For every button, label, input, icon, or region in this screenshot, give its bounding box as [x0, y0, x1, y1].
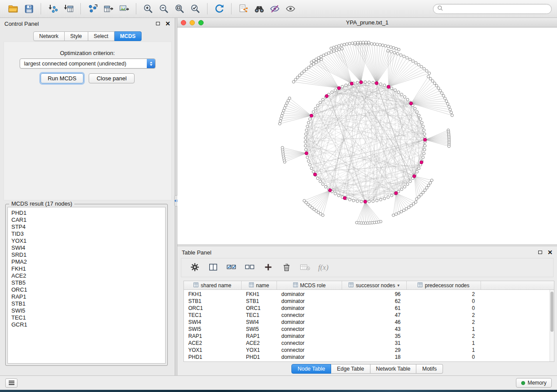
run-mcds-button[interactable]: Run MCDS — [41, 73, 83, 83]
close-panel-button[interactable]: Close panel — [89, 73, 135, 83]
save-session-button[interactable] — [21, 2, 37, 16]
mcds-result-item[interactable]: FKH1 — [11, 265, 165, 272]
delete-column-button[interactable] — [281, 262, 292, 273]
mcds-result-item[interactable]: RAP1 — [11, 293, 165, 300]
control-panel-tabs: NetworkStyleSelectMCDS — [0, 31, 175, 41]
open-session-button[interactable] — [5, 2, 21, 16]
mcds-result-item[interactable]: SRD1 — [11, 251, 165, 258]
table-row[interactable]: SWI4SWI4dominator462 — [184, 319, 550, 326]
table-row[interactable]: PHD1PHD1dominator180 — [184, 354, 550, 361]
table-cell: ACE2 — [184, 340, 242, 346]
network-title: YPA_prune.txt_1 — [177, 19, 557, 26]
add-column-button[interactable] — [263, 262, 274, 273]
show-graphics-button[interactable] — [283, 2, 298, 16]
table-cell: ORC1 — [184, 305, 242, 311]
function-builder-button[interactable]: f(x) — [318, 262, 329, 273]
search-box[interactable] — [433, 4, 552, 14]
table-cell: 62 — [342, 298, 407, 304]
status-bar: Memory — [0, 375, 557, 390]
float-panel-icon[interactable] — [156, 22, 160, 25]
close-panel-icon[interactable]: ✕ — [547, 249, 553, 255]
tab-network[interactable]: Network — [33, 31, 65, 41]
close-panel-icon[interactable]: ✕ — [165, 21, 170, 27]
tab-node-table[interactable]: Node Table — [291, 364, 331, 374]
show-column-button[interactable] — [208, 262, 219, 273]
memory-button[interactable]: Memory — [516, 378, 552, 388]
sort-arrow-icon: ▾ — [398, 283, 400, 288]
table-row[interactable]: STB1STB1dominator620 — [184, 298, 550, 305]
table-row[interactable]: SWI5SWI5connector431 — [184, 326, 550, 333]
table-cell: STB1 — [184, 298, 242, 304]
hide-graphics-button[interactable] — [267, 2, 283, 16]
table-grid-icon — [293, 282, 298, 289]
table-row[interactable]: TEC1TEC1connector472 — [184, 312, 550, 319]
table-scrollbar[interactable] — [550, 290, 554, 361]
window-maximize-icon[interactable] — [198, 20, 204, 25]
float-panel-icon[interactable] — [538, 251, 542, 254]
table-row[interactable]: YOX1YOX1connector291 — [184, 347, 550, 354]
panel-menu-button[interactable] — [5, 378, 17, 388]
tab-select[interactable]: Select — [88, 31, 114, 41]
clone-network-button[interactable] — [235, 2, 251, 16]
tab-edge-table[interactable]: Edge Table — [331, 364, 370, 374]
mcds-result-item[interactable]: SWI4 — [11, 244, 165, 251]
mcds-result-item[interactable]: STB1 — [11, 300, 165, 307]
column-header-successor-nodes[interactable]: successor nodes▾ — [342, 281, 407, 289]
optimization-criterion-dropdown[interactable]: largest connected component (undirected) — [20, 58, 156, 69]
table-mode-button[interactable] — [299, 262, 311, 273]
window-minimize-icon[interactable] — [190, 20, 195, 25]
network-titlebar[interactable]: YPA_prune.txt_1 — [177, 18, 557, 28]
export-table-button[interactable] — [100, 2, 116, 16]
import-table-button[interactable] — [61, 2, 76, 16]
mcds-result-item[interactable]: ACE2 — [11, 272, 165, 279]
network-canvas[interactable] — [177, 28, 557, 244]
mcds-result-item[interactable]: TEC1 — [11, 314, 165, 321]
column-header-MCDS-role[interactable]: MCDS role — [277, 281, 342, 289]
tab-style[interactable]: Style — [65, 31, 88, 41]
tab-network-table[interactable]: Network Table — [370, 364, 417, 374]
table-row[interactable]: ORC1ORC1dominator610 — [184, 305, 550, 312]
zoom-in-icon — [143, 3, 153, 14]
table-row[interactable]: RAP1RAP1dominator352 — [184, 333, 550, 340]
mcds-result-item[interactable]: CAR1 — [11, 217, 165, 224]
zoom-out-button[interactable] — [156, 2, 172, 16]
zoom-fit-icon — [174, 3, 185, 14]
mcds-result-item[interactable]: PHD1 — [11, 210, 165, 217]
mcds-result-list[interactable]: PHD1CAR1STP4TID3YOX1SWI4SRD1PMA2FKH1ACE2… — [7, 207, 166, 364]
select-all-button[interactable] — [226, 262, 237, 273]
export-image-button[interactable] — [116, 2, 132, 16]
table-panel-header: Table Panel ✕ — [177, 247, 557, 258]
mcds-result-item[interactable]: TID3 — [11, 230, 165, 237]
mcds-result-item[interactable]: YOX1 — [11, 237, 165, 244]
window-close-icon[interactable] — [181, 20, 186, 25]
mcds-result-item[interactable]: GCR1 — [11, 321, 165, 328]
dropdown-stepper-icon — [147, 59, 155, 68]
table-row[interactable]: FKH1FKH1dominator962 — [184, 291, 550, 298]
table-cell: connector — [277, 340, 342, 346]
tab-mcds[interactable]: MCDS — [114, 31, 142, 41]
table-row[interactable]: ACE2ACE2connector311 — [184, 340, 550, 347]
deselect-all-button[interactable] — [244, 262, 256, 273]
refresh-view-button[interactable] — [211, 2, 227, 16]
mcds-result-item[interactable]: SWI5 — [11, 307, 165, 314]
network-graph[interactable] — [177, 28, 557, 244]
find-network-button[interactable] — [251, 2, 267, 16]
scrollbar-thumb[interactable] — [550, 292, 554, 332]
mcds-result-item[interactable]: PMA2 — [11, 258, 165, 265]
table-cell: dominator — [277, 298, 342, 304]
search-input[interactable] — [446, 6, 547, 12]
tab-motifs[interactable]: Motifs — [416, 364, 443, 374]
import-network-button[interactable] — [45, 2, 61, 16]
export-network-button[interactable] — [85, 2, 100, 16]
zoom-selected-button[interactable] — [187, 2, 203, 16]
column-header-name[interactable]: name — [242, 281, 277, 289]
zoom-fit-button[interactable] — [172, 2, 187, 16]
column-header-predecessor-nodes[interactable]: predecessor nodes — [407, 281, 481, 289]
mcds-result-item[interactable]: ORC1 — [11, 286, 165, 293]
table-settings-button[interactable] — [189, 262, 201, 273]
mcds-result-item[interactable]: STB5 — [11, 279, 165, 286]
column-header-shared-name[interactable]: shared name — [184, 281, 242, 289]
zoom-in-button[interactable] — [140, 2, 156, 16]
search-icon — [437, 5, 443, 12]
mcds-result-item[interactable]: STP4 — [11, 224, 165, 230]
